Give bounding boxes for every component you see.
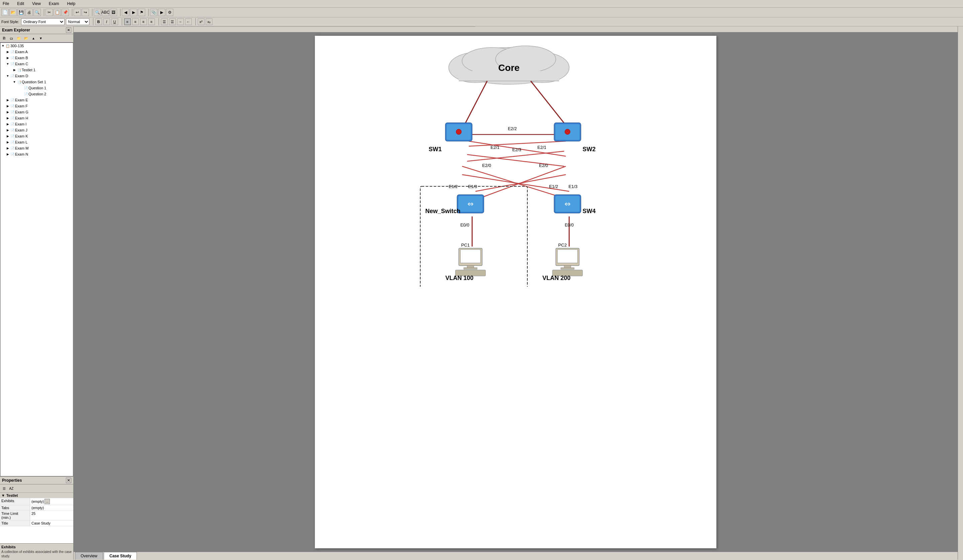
menu-edit[interactable]: Edit: [16, 1, 26, 7]
tree-question-2[interactable]: ▶ 📄 Question 2: [0, 91, 73, 97]
explorer-btn-2[interactable]: 🗂: [8, 35, 15, 42]
exam-tree[interactable]: ▼ 📋 300-135 ▶ 📄 Exam A ▶ 📄 Exam B ▼ 📄 Ex…: [0, 42, 73, 476]
exam-i-expand[interactable]: ▶: [6, 122, 10, 126]
unordered-list-button[interactable]: ☰: [169, 18, 176, 25]
tree-exam-g[interactable]: ▶ 📄 Exam G: [0, 109, 73, 115]
tab-overview[interactable]: Overview: [75, 552, 103, 560]
tree-question-set-1[interactable]: ▼ 📑 Question Set 1: [0, 79, 73, 85]
menu-file[interactable]: File: [2, 1, 10, 7]
cut-button[interactable]: ✂: [45, 9, 53, 16]
tree-exam-d[interactable]: ▼ 📄 Exam D: [0, 73, 73, 79]
extra-button[interactable]: ⚙: [166, 9, 173, 16]
exam-explorer-close[interactable]: ✕: [66, 28, 71, 33]
tree-exam-e[interactable]: ▶ 📄 Exam E: [0, 97, 73, 103]
exam-g-expand[interactable]: ▶: [6, 110, 10, 114]
tree-exam-f[interactable]: ▶ 📄 Exam F: [0, 103, 73, 109]
tree-exam-i[interactable]: ▶ 📄 Exam I: [0, 121, 73, 127]
q1-icon: 📄: [23, 85, 28, 91]
properties-close[interactable]: ✕: [66, 478, 71, 483]
tb-btn-6[interactable]: ▶: [130, 9, 137, 16]
port-new-e13-label: E1/3: [468, 184, 477, 189]
tree-root[interactable]: ▼ 📋 300-135: [0, 43, 73, 49]
tree-exam-a[interactable]: ▶ 📄 Exam A: [0, 49, 73, 55]
props-exhibits-button[interactable]: ...: [44, 499, 50, 504]
align-justify-button[interactable]: ≡: [148, 18, 155, 25]
copy-button[interactable]: 📋: [54, 9, 61, 16]
superscript-button[interactable]: x²: [198, 18, 204, 25]
explorer-btn-up[interactable]: ▲: [30, 35, 37, 42]
exam-l-expand[interactable]: ▶: [6, 140, 10, 144]
tree-exam-l[interactable]: ▶ 📄 Exam L: [0, 139, 73, 145]
qs1-expand[interactable]: ▼: [12, 80, 16, 84]
exam-k-expand[interactable]: ▶: [6, 134, 10, 138]
indent-button[interactable]: →: [177, 18, 184, 25]
exam-m-expand[interactable]: ▶: [6, 146, 10, 150]
exam-explorer-title: Exam Explorer: [2, 28, 30, 32]
subscript-button[interactable]: x₂: [206, 18, 212, 25]
preview-button[interactable]: 🔍: [34, 9, 41, 16]
document-area[interactable]: Core: [74, 32, 958, 552]
tree-question-1[interactable]: ▶ 📄 Question 1: [0, 85, 73, 91]
exam-f-expand[interactable]: ▶: [6, 104, 10, 108]
exam-c-expand[interactable]: ▼: [6, 62, 10, 66]
open-button[interactable]: 📂: [10, 9, 17, 16]
exam-h-expand[interactable]: ▶: [6, 116, 10, 120]
tree-exam-j[interactable]: ▶ 📄 Exam J: [0, 127, 73, 133]
paste-button[interactable]: 📌: [62, 9, 69, 16]
core-sw1-line: [462, 81, 487, 129]
align-center-button[interactable]: ≡: [132, 18, 139, 25]
menu-view[interactable]: View: [31, 1, 42, 7]
testlet-1-expand[interactable]: ▶: [12, 68, 16, 72]
italic-button[interactable]: I: [104, 18, 110, 25]
explorer-btn-3[interactable]: 📁: [15, 35, 22, 42]
align-right-button[interactable]: ≡: [140, 18, 147, 25]
menu-help[interactable]: Help: [66, 1, 77, 7]
tb-btn-5[interactable]: ◀: [122, 9, 129, 16]
tree-exam-n[interactable]: ▶ 📄 Exam N: [0, 151, 73, 157]
port-e23-label: E2/3: [512, 147, 521, 152]
explorer-btn-1[interactable]: 🖹: [1, 35, 7, 42]
exam-i-label: Exam I: [15, 122, 26, 126]
explorer-btn-4[interactable]: 📂: [23, 35, 29, 42]
format-sep-4: [194, 18, 196, 26]
exam-d-expand[interactable]: ▼: [6, 74, 10, 78]
underline-button[interactable]: U: [112, 18, 118, 25]
tree-exam-k[interactable]: ▶ 📄 Exam K: [0, 133, 73, 139]
tree-exam-b[interactable]: ▶ 📄 Exam B: [0, 55, 73, 61]
exam-e-expand[interactable]: ▶: [6, 98, 10, 102]
tree-exam-m[interactable]: ▶ 📄 Exam M: [0, 145, 73, 151]
new-button[interactable]: 📄: [2, 9, 9, 16]
tree-exam-h[interactable]: ▶ 📄 Exam H: [0, 115, 73, 121]
save-button[interactable]: 💾: [18, 9, 25, 16]
font-name-select[interactable]: Ordinary Font: [21, 18, 65, 25]
find-button[interactable]: 🔍: [94, 9, 101, 16]
vertical-scrollbar[interactable]: [958, 26, 963, 560]
bold-button[interactable]: B: [96, 18, 102, 25]
align-left-button[interactable]: ≡: [124, 18, 131, 25]
exam-a-expand[interactable]: ▶: [6, 50, 10, 54]
props-btn-1[interactable]: ☰: [1, 485, 7, 492]
props-btn-2[interactable]: AZ: [8, 485, 15, 492]
redo-button[interactable]: ↪: [82, 9, 89, 16]
explorer-btn-down[interactable]: ▼: [37, 35, 44, 42]
menu-exam[interactable]: Exam: [47, 1, 60, 7]
ordered-list-button[interactable]: ☰: [161, 18, 168, 25]
tree-exam-c[interactable]: ▼ 📄 Exam C: [0, 61, 73, 67]
spell-button[interactable]: ABC: [102, 9, 109, 16]
tree-testlet-1[interactable]: ▶ 📑 Testlet 1: [0, 67, 73, 73]
media-button[interactable]: ▶: [158, 9, 165, 16]
font-size-select[interactable]: Normal: [66, 18, 89, 25]
exam-j-expand[interactable]: ▶: [6, 128, 10, 132]
exam-c-label: Exam C: [15, 62, 28, 66]
exam-n-expand[interactable]: ▶: [6, 152, 10, 156]
undo-button[interactable]: ↩: [74, 9, 81, 16]
props-section-testlet[interactable]: ▼ Testlet: [0, 493, 73, 498]
root-expand-icon[interactable]: ▼: [1, 44, 5, 48]
image-button[interactable]: 🖼: [110, 9, 117, 16]
attach-button[interactable]: 📎: [150, 9, 157, 16]
exam-b-expand[interactable]: ▶: [6, 56, 10, 60]
print-button[interactable]: 🖨: [26, 9, 33, 16]
outdent-button[interactable]: ←: [185, 18, 192, 25]
flag-button[interactable]: ⚑: [138, 9, 145, 16]
tab-case-study[interactable]: Case Study: [104, 552, 137, 560]
